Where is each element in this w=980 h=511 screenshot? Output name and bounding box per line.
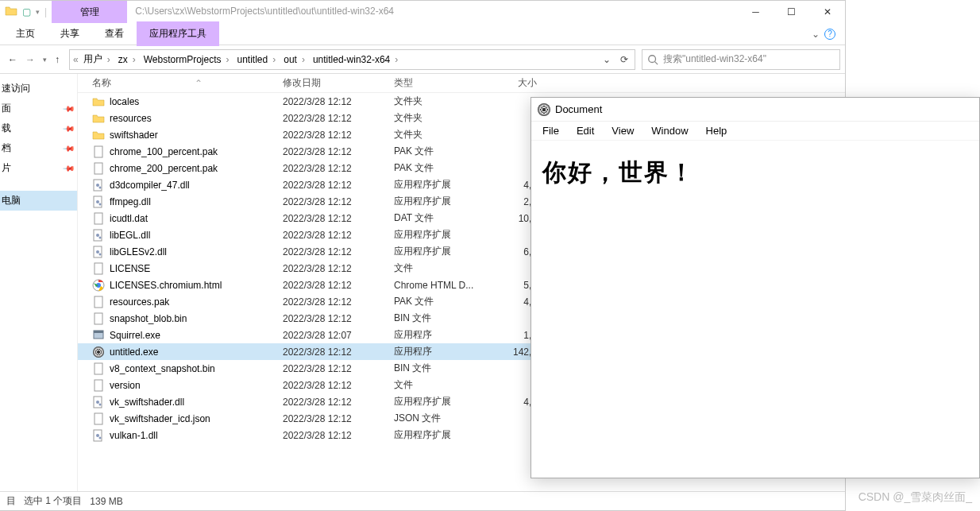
sidebar-item-documents[interactable]: 档📌 (0, 138, 77, 158)
crumb-untitled[interactable]: untitled (234, 52, 280, 67)
file-icon (92, 129, 105, 141)
column-name[interactable]: 名称⌃ (78, 76, 283, 90)
tab-app-tools[interactable]: 应用程序工具 (137, 21, 219, 46)
file-date: 2022/3/28 12:12 (283, 196, 394, 207)
tab-share[interactable]: 共享 (48, 21, 92, 46)
file-type: BIN 文件 (394, 312, 489, 325)
qat-dropdown-icon[interactable]: ▾ (36, 8, 40, 16)
file-type: 文件夹 (394, 128, 489, 141)
back-button[interactable]: ← (8, 54, 17, 65)
file-icon (92, 112, 105, 125)
svg-point-12 (96, 234, 99, 237)
menu-edit[interactable]: Edit (569, 123, 602, 138)
navigation-bar: ← → ▾ ↑ « 用户 zx WebstormProjects untitle… (0, 45, 845, 74)
column-date[interactable]: 修改日期 (283, 76, 394, 90)
file-size: 4,4 (489, 397, 537, 408)
minimize-button[interactable]: ─ (738, 1, 774, 23)
tab-view[interactable]: 查看 (92, 21, 137, 46)
nav-arrows: ← → ▾ ↑ (5, 54, 63, 65)
column-headers: 名称⌃ 修改日期 类型 大小 (78, 74, 845, 93)
file-name: libGLESv2.dll (110, 246, 167, 257)
file-type: 应用程序扩展 (394, 228, 489, 242)
chevron-down-icon: ⌄ (812, 29, 820, 40)
file-size: 2,6 (489, 196, 537, 207)
file-type: 应用程序扩展 (394, 195, 489, 208)
search-placeholder: 搜索"untitled-win32-x64" (663, 52, 766, 66)
hello-heading: 你好，世界！ (542, 157, 968, 189)
file-name: resources (110, 113, 152, 124)
sidebar-item-downloads[interactable]: 载📌 (0, 118, 77, 138)
svg-point-15 (96, 250, 99, 254)
file-type: 文件 (394, 378, 489, 392)
menu-view[interactable]: View (604, 123, 642, 138)
status-items: 目 (6, 494, 16, 508)
maximize-button[interactable]: ☐ (774, 1, 809, 23)
file-size: 10,0 (489, 213, 537, 224)
column-type[interactable]: 类型 (394, 76, 489, 90)
column-size[interactable]: 大小 (489, 76, 537, 90)
close-button[interactable]: ✕ (809, 1, 845, 23)
app-content: 你好，世界！ (531, 141, 979, 205)
svg-rect-20 (95, 296, 102, 308)
svg-rect-17 (95, 263, 102, 274)
file-icon (92, 246, 105, 258)
file-size: 5,3 (489, 280, 537, 291)
svg-point-31 (96, 434, 99, 437)
up-button[interactable]: ↑ (55, 54, 60, 65)
file-name: untitled.exe (110, 346, 158, 358)
file-type: PAK 文件 (394, 295, 489, 308)
file-date: 2022/3/28 12:12 (283, 296, 394, 308)
sidebar-item-pictures[interactable]: 片📌 (0, 158, 77, 178)
sidebar-item-desktop[interactable]: 面📌 (0, 99, 77, 118)
file-type: 应用程序扩展 (394, 428, 489, 442)
file-type: DAT 文件 (394, 211, 489, 225)
crumb-target[interactable]: untitled-win32-x64 (310, 52, 401, 67)
file-date: 2022/3/28 12:12 (283, 113, 394, 124)
menu-file[interactable]: File (534, 123, 567, 138)
file-name: resources.pak (110, 296, 169, 308)
file-type: PAK 文件 (394, 161, 489, 175)
sidebar-item-thispc[interactable]: 电脑 (0, 191, 77, 211)
ribbon-expand[interactable]: ⌄ ? (812, 29, 842, 40)
svg-point-5 (96, 184, 99, 187)
svg-rect-23 (94, 331, 103, 333)
address-dropdown-icon[interactable]: ⌄ (603, 54, 611, 65)
svg-point-8 (96, 200, 99, 203)
status-selection: 选中 1 个项目 (24, 494, 82, 508)
crumb-out[interactable]: out (280, 52, 308, 67)
quick-access-toolbar: ▢ ▾ | (0, 1, 52, 23)
crumb-users[interactable]: 用户 (80, 51, 114, 68)
file-date: 2022/3/28 12:12 (283, 363, 394, 374)
crumb-zx[interactable]: zx (115, 52, 139, 67)
crumb-webstorm[interactable]: WebstormProjects (141, 52, 233, 67)
help-icon[interactable]: ? (824, 29, 835, 40)
chevron-left-double-icon[interactable]: « (73, 54, 79, 65)
save-icon[interactable]: ▢ (22, 6, 31, 17)
menu-help[interactable]: Help (698, 123, 735, 138)
file-date: 2022/3/28 12:12 (283, 96, 394, 107)
window-controls: ─ ☐ ✕ (738, 1, 845, 23)
sidebar-item-quickaccess[interactable]: 速访问 (0, 79, 77, 99)
app-menubar: File Edit View Window Help (531, 122, 979, 141)
file-size: 3 (489, 313, 537, 324)
file-date: 2022/3/28 12:12 (283, 430, 394, 441)
file-icon (92, 346, 105, 358)
pin-icon: 📌 (63, 141, 75, 154)
file-name: icudtl.dat (110, 213, 148, 224)
history-dropdown[interactable]: ▾ (43, 56, 47, 64)
refresh-icon[interactable]: ⟳ (620, 54, 628, 65)
search-input[interactable]: 搜索"untitled-win32-x64" (642, 49, 840, 70)
file-icon (92, 95, 105, 108)
file-date: 2022/3/28 12:12 (283, 130, 394, 141)
file-icon (92, 396, 105, 408)
tab-home[interactable]: 主页 (3, 21, 48, 46)
file-type: 应用程序扩展 (394, 245, 489, 258)
forward-button[interactable]: → (25, 54, 35, 65)
menu-window[interactable]: Window (643, 123, 696, 138)
svg-point-16 (99, 253, 102, 255)
file-name: chrome_100_percent.pak (110, 146, 218, 157)
file-icon (92, 429, 105, 442)
address-bar[interactable]: « 用户 zx WebstormProjects untitled out un… (69, 49, 635, 70)
file-name: Squirrel.exe (110, 330, 160, 341)
sidebar-label: 档 (2, 141, 11, 155)
